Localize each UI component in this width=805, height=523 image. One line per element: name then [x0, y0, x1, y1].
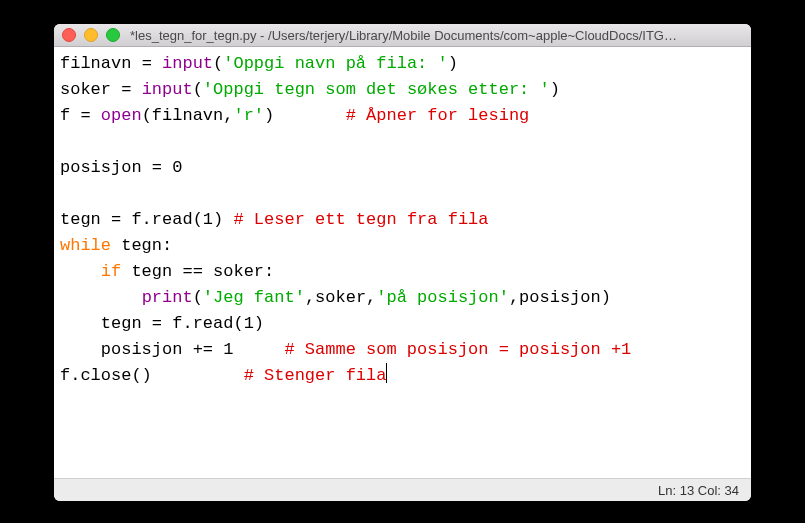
code-token	[131, 80, 141, 99]
text-cursor	[386, 363, 387, 383]
code-token: 1	[203, 210, 213, 229]
code-token: )	[213, 210, 233, 229]
code-token: f.read(	[162, 314, 244, 333]
code-token: )	[448, 54, 458, 73]
code-editor[interactable]: filnavn = input('Oppgi navn på fila: ') …	[54, 47, 751, 478]
window-title: *les_tegn_for_tegn.py - /Users/terjery/L…	[130, 28, 743, 43]
code-token: 1	[244, 314, 254, 333]
code-token: (	[213, 54, 223, 73]
code-token: =	[152, 158, 162, 177]
minimize-icon[interactable]	[84, 28, 98, 42]
code-token	[162, 158, 172, 177]
code-token: =	[152, 314, 162, 333]
code-token: =	[111, 210, 121, 229]
cursor-position: Ln: 13 Col: 34	[658, 483, 739, 498]
code-token: 'Oppgi navn på fila: '	[223, 54, 447, 73]
code-token: # Samme som posisjon = posisjon +1	[284, 340, 631, 359]
code-token: +=	[193, 340, 213, 359]
code-token: tegn	[60, 314, 152, 333]
status-bar: Ln: 13 Col: 34	[54, 478, 751, 501]
code-token	[60, 288, 142, 307]
code-token: tegn	[121, 262, 182, 281]
code-token	[233, 340, 284, 359]
code-token: =	[142, 54, 152, 73]
titlebar: *les_tegn_for_tegn.py - /Users/terjery/L…	[54, 24, 751, 47]
code-token: )	[550, 80, 560, 99]
code-token: # Stenger fila	[244, 366, 387, 385]
code-token: ,soker,	[305, 288, 376, 307]
code-token: ,posisjon)	[509, 288, 611, 307]
code-token: 'r'	[233, 106, 264, 125]
code-token	[60, 262, 101, 281]
code-token: )	[254, 314, 264, 333]
code-token: input	[162, 54, 213, 73]
code-token: open	[101, 106, 142, 125]
code-token: =	[80, 106, 90, 125]
window-controls	[62, 28, 120, 42]
code-token: posisjon	[60, 158, 152, 177]
code-token: f.read(	[121, 210, 203, 229]
code-token	[152, 54, 162, 73]
code-token: 'Oppgi tegn som det søkes etter: '	[203, 80, 550, 99]
code-token: input	[142, 80, 193, 99]
code-token: # Leser ett tegn fra fila	[233, 210, 488, 229]
code-token: posisjon	[60, 340, 193, 359]
code-token: soker:	[203, 262, 274, 281]
code-token: =	[121, 80, 131, 99]
code-token: filnavn	[60, 54, 142, 73]
code-token: 0	[172, 158, 182, 177]
code-token: f.close()	[60, 366, 244, 385]
code-token: 'Jeg fant'	[203, 288, 305, 307]
zoom-icon[interactable]	[106, 28, 120, 42]
code-token: 1	[223, 340, 233, 359]
code-token: # Åpner for lesing	[346, 106, 530, 125]
code-token	[213, 340, 223, 359]
code-token: (	[193, 80, 203, 99]
editor-window: *les_tegn_for_tegn.py - /Users/terjery/L…	[54, 24, 751, 501]
code-token: 'på posisjon'	[376, 288, 509, 307]
code-token: if	[101, 262, 121, 281]
code-token: (filnavn,	[142, 106, 234, 125]
code-token: tegn:	[111, 236, 172, 255]
code-token: )	[264, 106, 346, 125]
code-token: soker	[60, 80, 121, 99]
code-token: print	[142, 288, 193, 307]
code-token: (	[193, 288, 203, 307]
close-icon[interactable]	[62, 28, 76, 42]
code-token: tegn	[60, 210, 111, 229]
code-token: f	[60, 106, 80, 125]
code-token: ==	[182, 262, 202, 281]
code-token: while	[60, 236, 111, 255]
code-token	[91, 106, 101, 125]
